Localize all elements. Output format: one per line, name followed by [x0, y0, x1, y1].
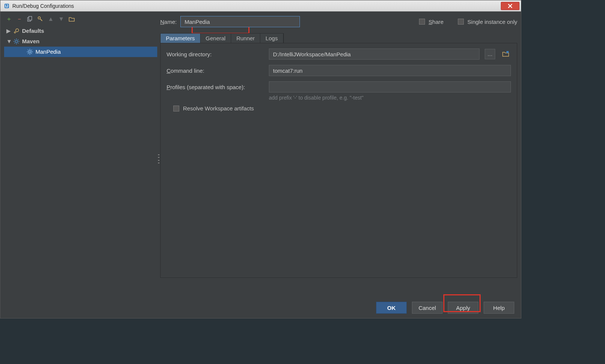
move-down-icon[interactable]: ▼: [58, 16, 65, 22]
config-tree[interactable]: ▶ Defaults ▼ Maven: [4, 26, 157, 294]
config-editor-panel: Name: Share Single instance only Paramet…: [160, 15, 517, 294]
resolve-workspace-checkbox[interactable]: [173, 106, 179, 112]
apply-button[interactable]: Apply: [448, 302, 478, 314]
svg-line-10: [15, 40, 15, 40]
svg-line-22: [31, 50, 32, 51]
svg-point-14: [29, 51, 31, 53]
tab-runner[interactable]: Runner: [231, 34, 260, 43]
folder-browse-icon[interactable]: [500, 49, 511, 59]
chevron-right-icon: ▶: [6, 26, 11, 36]
working-dir-label: Working directory:: [167, 51, 264, 57]
tree-defaults-label: Defaults: [22, 26, 44, 36]
share-label: Share: [429, 19, 444, 25]
tree-defaults[interactable]: ▶ Defaults: [4, 26, 157, 36]
cancel-button[interactable]: Cancel: [412, 302, 443, 314]
wrench-icon: [13, 28, 20, 34]
svg-point-5: [15, 40, 18, 43]
resolve-workspace-label: Resolve Workspace artifacts: [183, 105, 254, 112]
close-button[interactable]: [501, 2, 519, 10]
tab-bar: Parameters General Runner Logs: [160, 33, 284, 43]
command-line-label: Command line:: [167, 68, 264, 74]
gear-icon: [13, 38, 20, 44]
tree-maven-label: Maven: [22, 36, 40, 47]
browse-button[interactable]: …: [485, 49, 495, 59]
chevron-down-icon: ▼: [6, 36, 11, 47]
tree-item-label: ManPedia: [35, 47, 61, 57]
dialog-window: IJ Run/Debug Configurations ＋ － ▲ ▼: [0, 0, 521, 318]
ok-button[interactable]: OK: [376, 302, 407, 314]
svg-line-11: [18, 43, 19, 44]
profiles-label: Profiles (separated with space):: [167, 84, 264, 90]
single-instance-checkbox[interactable]: [458, 19, 464, 25]
folder-icon[interactable]: [68, 16, 75, 22]
copy-config-icon[interactable]: [27, 16, 33, 22]
share-checkbox[interactable]: [419, 19, 425, 25]
config-tree-panel: ＋ － ▲ ▼ ▶: [4, 15, 157, 294]
svg-line-21: [28, 53, 29, 54]
svg-rect-23: [506, 51, 509, 53]
svg-point-4: [38, 17, 40, 19]
titlebar: IJ Run/Debug Configurations: [0, 0, 521, 12]
edit-defaults-icon[interactable]: [37, 16, 44, 22]
name-label: Name:: [160, 19, 177, 25]
tab-general[interactable]: General: [201, 34, 231, 43]
svg-rect-3: [29, 16, 32, 20]
tab-parameters[interactable]: Parameters: [161, 34, 201, 43]
remove-config-icon[interactable]: －: [16, 16, 23, 22]
tab-logs[interactable]: Logs: [260, 34, 283, 43]
app-icon: IJ: [3, 3, 10, 9]
svg-line-12: [15, 43, 15, 44]
help-button[interactable]: Help: [484, 302, 514, 314]
parameters-pane: Working directory: … Command line: Profi…: [160, 43, 517, 278]
tree-item-manpedia[interactable]: ManPedia: [4, 47, 157, 57]
add-config-icon[interactable]: ＋: [6, 16, 12, 22]
svg-line-19: [28, 50, 29, 51]
profiles-hint: add prefix '-' to disable profile, e.g. …: [269, 95, 511, 101]
move-up-icon[interactable]: ▲: [47, 16, 54, 22]
working-dir-input[interactable]: [269, 48, 480, 60]
window-title: Run/Debug Configurations: [12, 3, 74, 9]
svg-line-13: [18, 40, 19, 40]
single-instance-label: Single instance only: [468, 19, 517, 25]
tree-maven[interactable]: ▼ Maven: [4, 36, 157, 47]
tree-toolbar: ＋ － ▲ ▼: [4, 15, 157, 26]
command-line-input[interactable]: [269, 65, 511, 76]
profiles-input[interactable]: [269, 81, 511, 92]
name-input[interactable]: [180, 16, 300, 27]
dialog-footer: OK Cancel Apply Help: [0, 297, 521, 318]
svg-line-20: [31, 53, 32, 54]
gear-icon: [27, 49, 33, 55]
svg-text:IJ: IJ: [5, 4, 8, 8]
